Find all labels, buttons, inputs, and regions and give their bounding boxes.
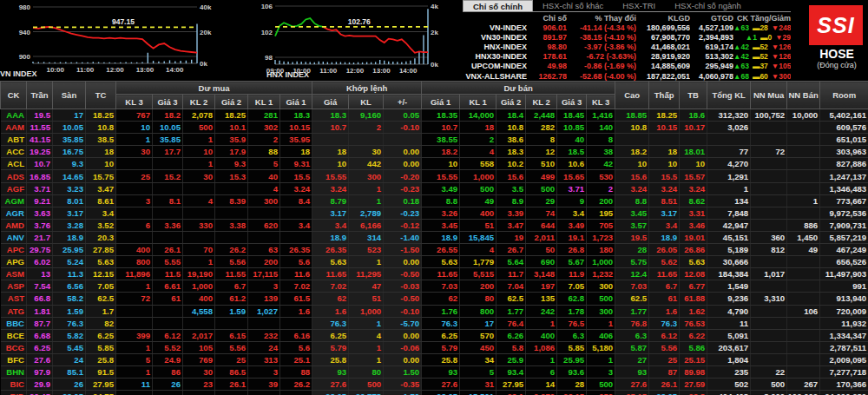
cell-tran: 10.7 bbox=[27, 158, 53, 170]
cell-ban-gia3: 1.78 bbox=[557, 305, 587, 317]
cell-thap: 26.05 bbox=[649, 244, 680, 256]
cell-cao: 19.5 bbox=[615, 231, 649, 243]
cell-ban-gia2: 7.04 bbox=[496, 280, 526, 293]
cell-tran: 29.75 bbox=[27, 244, 53, 256]
cell-ck[interactable]: AMD bbox=[1, 219, 27, 231]
cell-ck[interactable]: ASM bbox=[1, 268, 27, 280]
cell-ck[interactable]: APG bbox=[1, 256, 27, 268]
up-arrow-icon: ▲63 bbox=[733, 23, 749, 32]
cell-khop-kl: 300 bbox=[349, 170, 384, 182]
index-tabs: Chỉ số chính HSX-chỉ số khác HSX-TRI HSX… bbox=[463, 0, 791, 12]
svg-text:20k: 20k bbox=[200, 29, 212, 36]
cell-nn-ban: 267 bbox=[787, 379, 820, 391]
cell-ban-kl3: 200 bbox=[587, 194, 615, 207]
index-name: VNX-ALLSHARE bbox=[463, 71, 527, 81]
cell-ban-kl1: 1,779 bbox=[460, 256, 496, 268]
cell-ck[interactable]: ATG bbox=[1, 305, 27, 317]
cell-ck[interactable]: AAM bbox=[1, 122, 27, 134]
cell-ck[interactable]: ACC bbox=[1, 146, 27, 158]
cell-cao: 76.8 bbox=[615, 317, 649, 329]
cell-mua-kl3: 6 bbox=[116, 219, 153, 231]
cell-ban-gia3: 18.5 bbox=[557, 146, 587, 158]
cell-thap: 5.62 bbox=[649, 256, 680, 268]
cell-khop-gia: 8.79 bbox=[312, 194, 349, 207]
cell-ck[interactable]: BBC bbox=[1, 317, 27, 329]
cell-nn-ban bbox=[787, 329, 820, 341]
cell-khop-kl: 9,160 bbox=[349, 109, 384, 122]
cell-ck[interactable]: ASP bbox=[1, 280, 27, 293]
cell-khop-kl: 1 bbox=[349, 317, 384, 329]
cell-san: 10.05 bbox=[53, 122, 86, 134]
cell-khop-chg: -0.20 bbox=[384, 170, 422, 182]
cell-tb: 61.88 bbox=[680, 293, 707, 305]
cell-mua-gia3: 6.61 bbox=[153, 280, 183, 293]
cell-ck[interactable]: ACL bbox=[1, 158, 27, 170]
cell-ck[interactable]: AGM bbox=[1, 194, 27, 207]
cell-ban-kl2: 29 bbox=[526, 194, 557, 207]
cell-tong-kl: 1 bbox=[707, 182, 751, 194]
cell-thap: 23.05 bbox=[649, 391, 680, 395]
cell-nn-mua bbox=[751, 182, 787, 194]
cell-ban-gia3: 62.8 bbox=[557, 293, 587, 305]
index-klgd: 67,908,770 bbox=[636, 32, 690, 42]
cell-ck[interactable]: BID bbox=[1, 391, 27, 395]
cell-ban-gia2: 11.7 bbox=[496, 268, 526, 280]
cell-ban-kl2: 2,011 bbox=[526, 231, 557, 243]
cell-ck[interactable]: AAA bbox=[1, 109, 27, 122]
cell-cao: 15.6 bbox=[615, 170, 649, 182]
index-table-body: VN-INDEX906.01-41.14 (-4.34 %)180,699,55… bbox=[463, 23, 791, 81]
cell-mua-kl3 bbox=[116, 317, 153, 329]
index-col-thay-doi: % Thay đổi bbox=[567, 13, 636, 23]
cell-khop-kl: 442 bbox=[349, 158, 384, 170]
tab-hsx-tri[interactable]: HSX-TRI bbox=[613, 0, 665, 11]
cell-thap: 11.65 bbox=[649, 268, 680, 280]
cell-ck[interactable]: AGF bbox=[1, 182, 27, 194]
cell-ck[interactable]: AST bbox=[1, 293, 27, 305]
board-row-BCG: BCG6.255.455.8515.521055.56245.65.791-0.… bbox=[1, 341, 868, 353]
cell-tong-kl: 45,151 bbox=[707, 231, 751, 243]
cell-tc: 3.4 bbox=[86, 207, 116, 219]
cell-ck[interactable]: ABT bbox=[1, 134, 27, 146]
cell-khop-gia: 10.7 bbox=[312, 122, 349, 134]
cell-tc: 27.95 bbox=[86, 379, 116, 391]
cell-tc: 12.15 bbox=[86, 268, 116, 280]
cell-ck[interactable]: BCG bbox=[1, 341, 27, 353]
cell-ck[interactable]: BFC bbox=[1, 353, 27, 365]
cell-nn-mua: 3,310 bbox=[751, 293, 787, 305]
cell-ck[interactable]: BIC bbox=[1, 379, 27, 391]
cell-ck[interactable]: ADS bbox=[1, 170, 27, 182]
svg-text:14:00: 14:00 bbox=[399, 67, 418, 75]
cell-mua-kl1: 24 bbox=[248, 341, 280, 353]
cell-ck[interactable]: BCE bbox=[1, 329, 27, 341]
cell-ban-gia2: 19 bbox=[496, 231, 526, 243]
cell-ck[interactable]: APC bbox=[1, 244, 27, 256]
cell-ck[interactable]: AGR bbox=[1, 207, 27, 219]
tab-hsx-chi-so-nganh[interactable]: HSX-chỉ số ngành bbox=[665, 0, 751, 11]
cell-nn-ban: 886 bbox=[787, 219, 820, 231]
cell-ban-gia1: 3.45 bbox=[422, 219, 460, 231]
cell-ck[interactable]: BHN bbox=[1, 365, 27, 378]
cell-mua-gia3 bbox=[153, 391, 183, 395]
cell-nn-mua bbox=[751, 341, 787, 353]
index-row-VN-INDEX: VN-INDEX906.01-41.14 (-4.34 %)180,699,55… bbox=[463, 23, 791, 32]
cell-ban-kl2: 3,148 bbox=[526, 268, 557, 280]
cell-ban-gia2: 38.6 bbox=[496, 134, 526, 146]
cell-tc: 1.7 bbox=[86, 305, 116, 317]
cell-san: 26 bbox=[53, 379, 86, 391]
cell-mua-gia3: 17.7 bbox=[153, 146, 183, 158]
cell-ban-kl3: 1 bbox=[587, 317, 615, 329]
cell-mua-kl3: 25 bbox=[116, 170, 153, 182]
cell-ck[interactable]: ANV bbox=[1, 231, 27, 243]
cell-ban-kl2: 12 bbox=[526, 146, 557, 158]
cell-room: 11,497,903 bbox=[820, 268, 868, 280]
tab-chi-so-chinh[interactable]: Chỉ số chính bbox=[463, 0, 533, 11]
cell-ban-gia1: 3.26 bbox=[422, 207, 460, 219]
cell-khop-chg: -0.35 bbox=[384, 379, 422, 391]
cell-cao bbox=[615, 134, 649, 146]
cell-ban-gia3: 18.45 bbox=[557, 109, 587, 122]
cell-mua-kl3: 1 bbox=[116, 280, 153, 293]
tab-hsx-chi-so-khac[interactable]: HSX-chỉ số khác bbox=[533, 0, 613, 11]
cell-tran: 27.6 bbox=[27, 353, 53, 365]
cell-mua-kl3 bbox=[116, 158, 153, 170]
cell-mua-gia1: 15.5 bbox=[280, 170, 312, 182]
